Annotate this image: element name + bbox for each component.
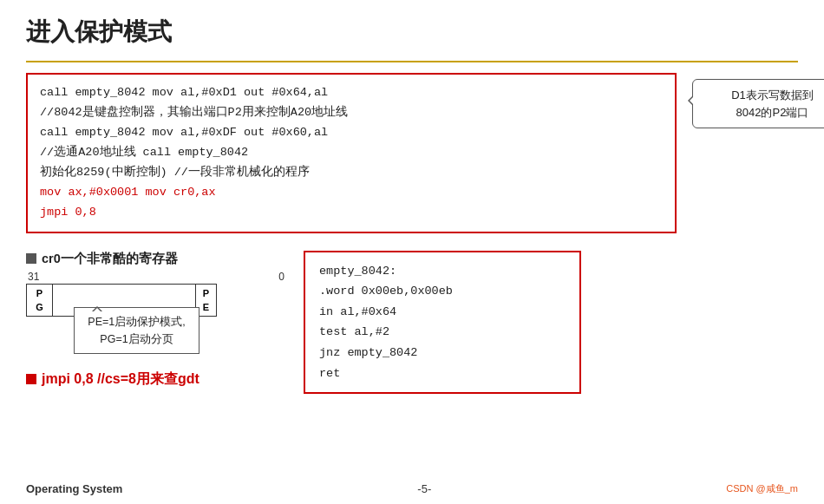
callout-text: D1表示写数据到8042的P2端口 — [731, 88, 814, 119]
code-line-7: jmpi 0,8 — [40, 203, 663, 223]
reg-p-label: P — [36, 288, 43, 298]
pe-pg-callout: PE=1启动保护模式,PG=1启动分页 — [74, 307, 199, 354]
right-code-line-3: in al,#0x64 — [319, 302, 566, 323]
right-code-line-5: jnz empty_8042 — [319, 343, 566, 363]
footer-title: Operating System — [26, 482, 122, 495]
reg-left: P G — [27, 285, 53, 316]
code-block-top: call empty_8042 mov al,#0xD1 out #0x64,a… — [26, 73, 677, 233]
page-container: 进入保护模式 call empty_8042 mov al,#0xD1 out … — [0, 0, 824, 504]
right-code-line-4: test al,#2 — [319, 322, 566, 343]
page-title: 进入保护模式 — [26, 16, 798, 49]
jmpi-line: jmpi 0,8 //cs=8用来查gdt — [26, 370, 286, 389]
reg-e-label: E — [203, 302, 209, 312]
right-code-line-1: empty_8042: — [319, 261, 566, 282]
pe-pg-text: PE=1启动保护模式,PG=1启动分页 — [88, 316, 185, 345]
footer: Operating System -5- CSDN @咸鱼_m — [0, 482, 824, 495]
cr0-title-text: cr0一个非常酷的寄存器 — [42, 251, 178, 267]
reg-label-left: 31 — [28, 271, 39, 283]
title-rule — [26, 61, 798, 62]
code-line-6: mov ax,#0x0001 mov cr0,ax — [40, 183, 663, 203]
code-line-3: call empty_8042 mov al,#0xDF out #0x60,a… — [40, 123, 663, 143]
reg-label-right: 0 — [278, 271, 284, 283]
reg-labels: 31 0 — [26, 271, 286, 283]
cr0-section: cr0一个非常酷的寄存器 31 0 P G P E — [26, 251, 286, 389]
code-block-right: empty_8042: .word 0x00eb,0x00eb in al,#0… — [304, 251, 581, 395]
cr0-title: cr0一个非常酷的寄存器 — [26, 251, 286, 267]
jmpi-icon — [26, 374, 36, 384]
cr0-icon — [26, 253, 36, 264]
footer-page: -5- — [417, 482, 431, 495]
code-line-2: //8042是键盘控制器，其输出端口P2用来控制A20地址线 — [40, 103, 663, 123]
footer-brand: CSDN @咸鱼_m — [726, 482, 798, 495]
jmpi-text: jmpi 0,8 //cs=8用来查gdt — [42, 370, 199, 389]
callout-bubble: D1表示写数据到8042的P2端口 — [692, 79, 824, 128]
code-line-5: 初始化8259(中断控制) //一段非常机械化的程序 — [40, 163, 663, 183]
register-diagram: 31 0 P G P E PE=1启动保护模式,PG=1启动分 — [26, 271, 286, 317]
code-line-4: //选通A20地址线 call empty_8042 — [40, 143, 663, 163]
right-code-line-6: ret — [319, 363, 566, 384]
code-line-1: call empty_8042 mov al,#0xD1 out #0x64,a… — [40, 83, 663, 103]
reg-g-label: G — [36, 302, 43, 312]
bottom-section: cr0一个非常酷的寄存器 31 0 P G P E — [26, 251, 798, 395]
right-code-line-2: .word 0x00eb,0x00eb — [319, 281, 566, 302]
reg-pe-label: P — [203, 288, 209, 298]
